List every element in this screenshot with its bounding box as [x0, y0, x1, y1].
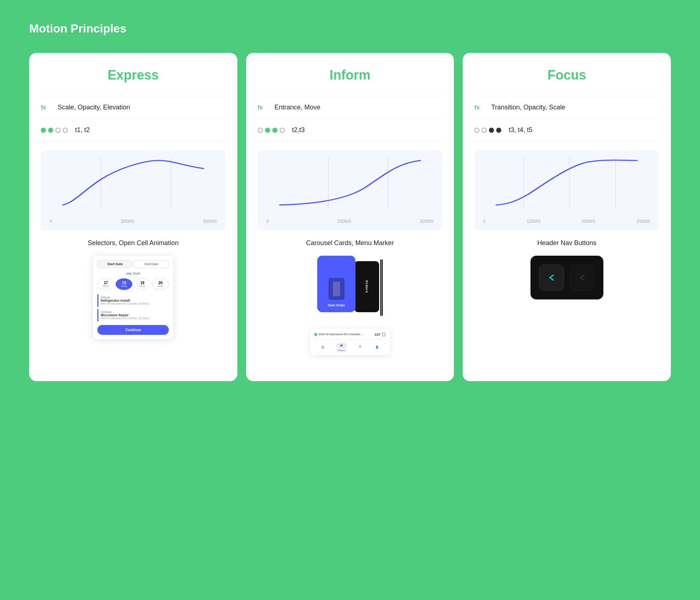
express-demo-image: Start Date End Date Mar 2019 17 MON 18 M…: [41, 256, 226, 339]
inform-chart-labels: 0 250MS 300MS: [264, 219, 437, 224]
express-label-500: 500MS: [203, 219, 217, 224]
focus-dot-4: [496, 128, 501, 133]
focus-dot-3: [489, 128, 494, 133]
focus-dot-1: [474, 128, 479, 133]
express-dot-3: [55, 128, 61, 133]
inform-demo-image: Orders Start Order 9942 W Mai: [258, 256, 443, 355]
focus-label-200: 200MS: [582, 219, 595, 224]
inform-divider-1: [380, 259, 381, 316]
inform-carousel-mock: Orders Start Order: [314, 256, 386, 321]
inform-orders-label: Orders: [338, 349, 345, 352]
inform-divider-2: [382, 259, 383, 316]
focus-title: Focus: [474, 67, 659, 83]
focus-timing-row: t3, t4, t5: [474, 119, 659, 142]
focus-chart-svg: [480, 158, 653, 216]
express-timing-value: t1, t2: [75, 126, 90, 134]
express-timing-row: t1, t2: [41, 119, 226, 142]
express-chart-svg: [47, 158, 220, 216]
inform-home-icon: 🏠: [319, 344, 327, 350]
express-day-19: 19 MON: [134, 278, 151, 290]
inform-timing-value: t2,t3: [292, 126, 305, 134]
focus-label-250: 250MS: [637, 219, 650, 224]
express-tab-start: Start Date: [97, 260, 132, 268]
inform-chart: 0 250MS 300MS: [258, 150, 443, 231]
inform-demo-label: Carousel Cards, Menu Marker: [258, 239, 443, 247]
focus-nav-btn-active[interactable]: [539, 264, 564, 291]
inform-dot-4: [280, 128, 285, 133]
express-event-2: 12:30 am Microwave Repair 9942 W Mainstr…: [97, 309, 169, 321]
inform-nav-orders: 📦 Orders: [336, 342, 347, 352]
inform-nav-profile: 👤: [373, 344, 381, 350]
express-chart-labels: 0 300MS 500MS: [47, 219, 220, 224]
focus-nav-buttons-mock: [530, 256, 603, 299]
express-label-300: 300MS: [121, 219, 135, 224]
inform-addr-num: 123: [374, 333, 380, 336]
inform-fx-value: Entrance, Move: [275, 104, 320, 111]
focus-chart: 0 100MS 200MS 250MS: [474, 150, 659, 231]
focus-fx-row: fx Transition, Opacity, Scale: [474, 96, 659, 119]
inform-label-300: 300MS: [420, 219, 433, 224]
express-fx-value: Scale, Opacity, Elevation: [58, 104, 130, 111]
inform-card-back-label: Orders: [365, 280, 369, 293]
express-label-0: 0: [50, 219, 52, 224]
express-day-18: 18 MON: [116, 278, 132, 290]
focus-fx-value: Transition, Opacity, Scale: [491, 104, 565, 111]
express-chart: 0 300MS 500MS: [41, 150, 226, 231]
express-fx-row: fx Scale, Opacity, Elevation: [41, 96, 226, 119]
focus-chart-labels: 0 100MS 200MS 250MS: [480, 219, 653, 224]
focus-arrow-inactive-icon: [577, 272, 588, 283]
inform-dot-1: [258, 128, 263, 133]
express-event-2-title: Microwave Repair: [101, 313, 167, 317]
inform-addr-copy-icon: 📋: [381, 332, 386, 336]
inform-card-front: Start Order: [317, 256, 355, 312]
inform-dot-2: [265, 128, 270, 133]
inform-label-0: 0: [267, 219, 269, 224]
express-title: Express: [41, 67, 226, 83]
express-event-2-time: 12:30 am: [101, 311, 167, 313]
focus-demo-label: Header Nav Buttons: [474, 239, 659, 247]
express-tab-end: End Date: [134, 260, 169, 268]
inform-fx-label: fx: [258, 104, 269, 111]
inform-card-back: Orders: [354, 261, 379, 312]
express-dot-2: [48, 128, 53, 133]
express-day-20: 20 MON: [152, 278, 169, 290]
focus-nav-btn-inactive[interactable]: [570, 264, 595, 291]
focus-label-100: 100MS: [527, 219, 541, 224]
inform-addr-text: 9942 W Mainstreet Rd Chandler...: [319, 333, 374, 336]
inform-orders-icon: 📦: [336, 342, 347, 348]
inform-fx-row: fx Entrance, Move: [258, 96, 443, 119]
express-cal-days: 17 MON 18 MON 19 MON 20 MON: [97, 278, 169, 290]
express-dot-1: [41, 128, 46, 133]
inform-location-icon: 📍: [356, 344, 364, 350]
express-continue-btn[interactable]: Continue: [97, 325, 169, 335]
focus-label-0: 0: [483, 219, 486, 224]
express-event-1-addr: 9942 W Mainstreet Rd Chandler, AZ 95823: [101, 302, 167, 305]
inform-timing-row: t2,t3: [258, 119, 443, 142]
focus-dot-2: [482, 128, 487, 133]
express-card: Express fx Scale, Opacity, Elevation t1,…: [29, 53, 237, 381]
inform-bottom-bar: 9942 W Mainstreet Rd Chandler... 123 📋 🏠…: [310, 329, 390, 355]
express-dot-4: [63, 128, 68, 133]
express-event-1-title: Refrigerator Install: [101, 299, 167, 302]
inform-chart-svg: [264, 158, 437, 216]
inform-dots: [258, 128, 285, 133]
inform-nav-location: 📍: [356, 344, 364, 350]
inform-addr-row: 9942 W Mainstreet Rd Chandler... 123 📋: [314, 332, 386, 340]
page-title: Motion Principles: [29, 22, 671, 35]
inform-dot-3: [272, 128, 277, 133]
express-cal-tabs: Start Date End Date: [97, 260, 169, 268]
inform-label-250: 250MS: [337, 219, 351, 224]
inform-nav-home: 🏠: [319, 344, 327, 350]
express-demo-label: Selectors, Open Cell Animation: [41, 239, 226, 247]
express-fx-label: fx: [41, 104, 52, 111]
inform-title: Inform: [258, 67, 443, 83]
inform-device-icon: [328, 278, 345, 300]
inform-profile-icon: 👤: [373, 344, 381, 350]
focus-card: Focus fx Transition, Opacity, Scale t3, …: [463, 53, 671, 381]
focus-timing-value: t3, t4, t5: [509, 126, 532, 134]
focus-demo-image: [474, 256, 659, 299]
express-day-17: 17 MON: [97, 278, 114, 290]
express-event-2-addr: 9942 W Mainstreet Rd Chandler, AZ 95823: [101, 317, 167, 320]
express-cal-month: Mar 2019: [97, 272, 169, 275]
express-event-1: 9:00 am Refrigerator Install 9942 W Main…: [97, 294, 169, 307]
